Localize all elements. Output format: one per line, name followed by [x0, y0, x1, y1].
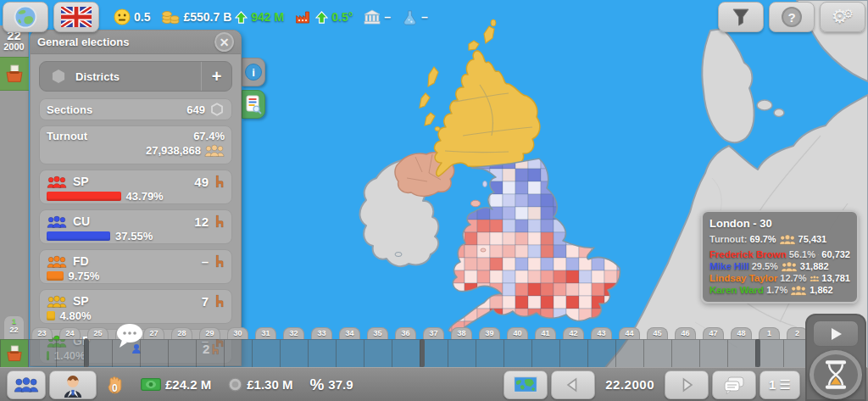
- play-button[interactable]: [813, 320, 859, 347]
- timeline-cell-label: 46: [675, 327, 696, 339]
- timeline-cell[interactable]: [559, 339, 587, 367]
- percent-stat: % 37.9: [309, 376, 353, 394]
- timeline-cell[interactable]: [168, 339, 196, 367]
- timeline-cell[interactable]: [671, 339, 699, 367]
- election-tile[interactable]: [0, 57, 29, 91]
- timeline-cell[interactable]: [252, 339, 280, 367]
- timeline-cell-label: 35: [367, 327, 388, 339]
- timeline-cell[interactable]: [755, 339, 783, 367]
- next-date-button[interactable]: [665, 370, 709, 399]
- arrow-right-icon: [678, 376, 695, 393]
- tooltip-turnout-votes: 75,431: [798, 234, 827, 244]
- population-button[interactable]: [7, 370, 46, 399]
- notifications-button[interactable]: 1 ☰: [760, 370, 800, 399]
- filter-button[interactable]: [718, 2, 764, 32]
- timeline-cell[interactable]: [448, 339, 476, 367]
- turnout-voters: 27,938,868: [146, 144, 201, 157]
- timeline-cell[interactable]: [504, 339, 531, 367]
- date-controls: 22.2000 1 ☰: [502, 370, 802, 399]
- timeline-cell-label: 25: [87, 327, 108, 339]
- settings-button[interactable]: ⚙⚙: [820, 2, 865, 32]
- up-arrow-icon: [235, 11, 248, 24]
- party-seats: 49: [194, 175, 209, 189]
- party-abbr: SP: [73, 175, 89, 188]
- candidate-pct: 1.7%: [766, 285, 787, 295]
- timeline-cell[interactable]: [0, 339, 28, 367]
- info-tab[interactable]: i: [242, 58, 265, 86]
- candidate-votes: 60,732: [821, 249, 850, 259]
- game-screen: 0.5 £550.7 B 942 M 0.5° – –: [0, 0, 868, 401]
- hand-value: 0: [112, 382, 118, 394]
- timeline-cell[interactable]: [643, 339, 671, 367]
- timeline-cell-label: 45: [647, 327, 668, 339]
- candidate-line: Karen Ward 1.7% 1,862: [709, 284, 850, 296]
- top-bar: 0.5 £550.7 B 942 M 0.5° – –: [0, 0, 868, 34]
- treasury-delta: 942 M: [251, 10, 284, 24]
- seat-chair-icon: [214, 214, 225, 228]
- hourglass-speed-button[interactable]: [810, 350, 862, 399]
- timeline-cell[interactable]: [308, 339, 336, 367]
- timeline-cell[interactable]: [280, 339, 308, 367]
- party-row[interactable]: SP 7 4.80%: [39, 289, 232, 324]
- turnout-pct: 67.4%: [193, 130, 225, 142]
- ballot-box-icon: [4, 64, 25, 83]
- candidate-line: Lindsay Taylor 12.7% 13,781: [709, 272, 850, 284]
- timeline[interactable]: 1222324252627282923031323334353637383940…: [0, 326, 814, 367]
- minimap-button[interactable]: [504, 370, 548, 399]
- timeline-cell[interactable]: [28, 339, 56, 367]
- timeline-cell[interactable]: [531, 339, 559, 367]
- science-stat: –: [402, 9, 428, 25]
- party-row[interactable]: FD – 9.75%: [39, 249, 232, 284]
- party-row[interactable]: SP 49 43.79%: [39, 170, 232, 204]
- science-value: –: [421, 10, 428, 24]
- sections-label: Sections: [47, 103, 92, 116]
- timeline-cell[interactable]: [56, 339, 84, 367]
- factory-icon: [295, 10, 312, 24]
- hourglass-icon: [825, 360, 847, 389]
- party-row[interactable]: CU 12 37.55%: [39, 209, 232, 244]
- messages-button[interactable]: [712, 370, 756, 399]
- timeline-cell[interactable]: [140, 339, 168, 367]
- results-report-tab[interactable]: [242, 90, 265, 119]
- crowd-icon: [790, 285, 807, 296]
- timeline-cell-label: 43: [591, 327, 612, 339]
- close-button[interactable]: ✕: [214, 32, 234, 52]
- bank-stat: –: [364, 9, 391, 25]
- add-districts-button[interactable]: +: [201, 62, 231, 91]
- timeline-cell[interactable]: [476, 339, 504, 367]
- actions-stat: 0: [107, 375, 124, 395]
- timeline-cell[interactable]: [84, 339, 112, 367]
- flask-icon: [402, 9, 418, 25]
- prev-date-button[interactable]: [551, 370, 595, 399]
- districts-label: Districts: [75, 70, 120, 83]
- timeline-cell[interactable]: [224, 339, 252, 367]
- timeline-cell[interactable]: [420, 339, 448, 367]
- timeline-cell[interactable]: [615, 339, 643, 367]
- districts-selector[interactable]: Districts +: [39, 61, 232, 92]
- timeline-cell[interactable]: [364, 339, 392, 367]
- crowd-icon: [818, 249, 819, 260]
- party-pct: 43.79%: [126, 190, 164, 203]
- percent-symbol: %: [309, 376, 324, 394]
- party-abbr: CU: [73, 214, 90, 228]
- timeline-cell[interactable]: [587, 339, 615, 367]
- income-value: £1.30 M: [247, 377, 292, 392]
- report-magnifier-icon: [244, 94, 263, 114]
- tooltip-turnout-label: Turnout:: [709, 234, 747, 244]
- globe-button[interactable]: [3, 2, 48, 32]
- timeline-cell[interactable]: [392, 339, 420, 367]
- timeline-cell-label: 28: [171, 327, 192, 339]
- income-stat: £1.30 M: [228, 377, 292, 392]
- gears-icon: ⚙⚙: [832, 8, 854, 26]
- timeline-cell[interactable]: [699, 339, 727, 367]
- timeline-cell-label: 42: [563, 327, 584, 339]
- turnout-row: Turnout 67.4% 27,938,868: [39, 125, 232, 164]
- timeline-cell[interactable]: [336, 339, 364, 367]
- country-flag-button[interactable]: [53, 2, 99, 32]
- growth-value: 0.5°: [331, 10, 353, 24]
- bottom-bar: 0 £24.2 M £1.30 M % 37.9 22.2000: [0, 367, 868, 401]
- help-button[interactable]: ?: [769, 2, 815, 32]
- party-people-icon: [47, 215, 67, 228]
- timeline-cell[interactable]: [727, 339, 755, 367]
- leader-avatar-button[interactable]: [49, 370, 97, 399]
